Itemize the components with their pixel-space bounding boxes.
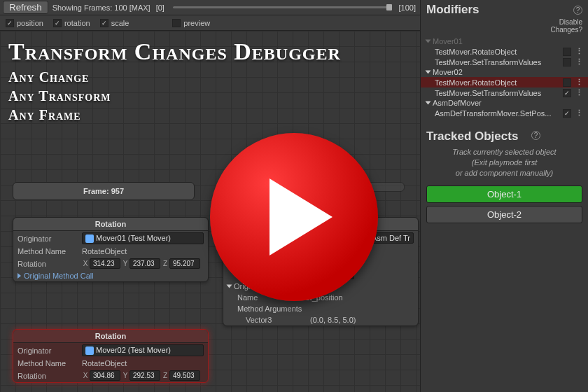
rotation-label: Rotation [18,260,79,268]
modifier-group[interactable]: Mover02 [421,67,588,77]
modifier-item[interactable]: TestMover.RotateObject⋮ [421,77,588,88]
help-icon[interactable]: ? [573,6,582,15]
x-field[interactable]: 314.23 [90,258,120,269]
range-end-label: [100] [399,4,416,12]
play-icon [270,178,332,255]
disable-checkbox[interactable] [563,48,571,56]
hint-line: (Exit playmode first [472,158,538,167]
triangle-down-icon [227,285,232,288]
tracked-hint: Track currently selected object (Exit pl… [426,144,582,186]
x-label: X [82,372,89,379]
tracked-object-1-button[interactable]: Object-1 [426,186,582,203]
disable-changes-label: DisableChanges? [421,18,588,36]
z-field[interactable]: 49.503 [169,370,200,381]
group-name: Mover02 [433,68,463,76]
z-label: Z [162,260,169,267]
inspector-right-pane: Modifiers ? DisableChanges? Mover01 Test… [420,0,588,392]
checkbox-icon [53,19,62,27]
original-method-call-foldout[interactable]: Original Method Call [13,270,208,281]
showing-frames-label: Showing Frames: 100 [MAX] [52,4,150,12]
refresh-button[interactable]: Refresh [3,1,48,14]
disable-checkbox[interactable] [563,78,571,87]
method-name-label: Method Name [18,247,79,255]
originator-field[interactable]: Mover01 (Test Mover) [82,232,204,244]
originator-field[interactable]: Mover02 (Test Mover) [82,344,204,356]
y-label: Y [122,260,129,267]
preview-label: preview [183,19,210,27]
modifier-name: TestMover.SetTransformValues [435,89,559,97]
hint-line: Track currently selected object [452,148,556,156]
play-video-button[interactable] [210,133,378,301]
rotation-panel-2[interactable]: Rotation Originator Mover02 (Test Mover)… [13,329,209,383]
kebab-icon[interactable]: ⋮ [575,78,582,87]
x-label: X [82,260,89,267]
group-name: AsmDefMover [433,99,482,107]
checkbox-icon [6,19,14,27]
modifier-name: AsmDefTransformMover.SetPos... [435,109,559,118]
modifier-item[interactable]: AsmDefTransformMover.SetPos...⋮ [421,108,588,118]
modifiers-header: Modifiers ? [421,0,588,18]
app-root: Refresh Showing Frames: 100 [MAX] [0] [1… [0,0,588,392]
frame-node[interactable]: Frame: 957 [13,182,195,200]
z-field[interactable]: 95.207 [169,258,200,269]
method-name-label: Method Name [18,359,79,368]
range-start-label: [0] [156,4,164,12]
triangle-down-icon [426,102,431,105]
modifier-group[interactable]: Mover01 [421,36,588,46]
kebab-icon[interactable]: ⋮ [575,88,582,97]
panel-title: Rotation [13,330,208,343]
kebab-icon[interactable]: ⋮ [575,47,582,56]
checkbox-icon [100,19,108,27]
rotation-label: rotation [64,19,90,27]
disable-checkbox[interactable] [563,89,571,97]
modifier-name: TestMover.SetTransformValues [435,58,559,66]
position-toggle[interactable]: position [6,19,43,27]
method-name-value: RotateObject [82,247,127,255]
triangle-right-icon [18,273,21,279]
disable-checkbox[interactable] [563,109,571,118]
frame-range-slider[interactable] [173,6,391,8]
scale-label: scale [111,19,130,27]
originator-value: Mover01 (Test Mover) [96,234,171,242]
modifier-name: TestMover.RotateObject [435,48,559,56]
kebab-icon[interactable]: ⋮ [575,108,582,118]
object-icon [85,234,94,243]
object-icon [85,346,94,355]
originator-label: Originator [18,234,79,243]
foldout-label: Original Method Call [24,272,94,280]
oc-vec-value: (0.0, 8.5, 5.0) [310,316,356,324]
modifiers-title: Modifiers [426,3,479,17]
oc-args-label: Method Arguments [237,304,302,313]
tracked-object-2-button[interactable]: Object-2 [426,206,582,223]
modifier-group[interactable]: AsmDefMover [421,98,588,108]
y-field[interactable]: 292.53 [130,370,160,381]
filter-row: position rotation scale preview [0,15,420,31]
overlay-line-2: Any Transform [8,87,341,106]
group-name: Mover01 [433,37,463,46]
overlay-heading: Transform Changes Debugger [8,38,341,65]
disable-checkbox[interactable] [563,58,571,66]
kebab-icon[interactable]: ⋮ [575,57,582,66]
overlay-line-3: Any Frame [8,106,341,125]
y-field[interactable]: 237.03 [130,258,160,269]
modifier-item[interactable]: TestMover.RotateObject⋮ [421,46,588,57]
panel-title: Rotation [13,218,208,231]
scale-toggle[interactable]: scale [100,19,130,27]
rotation-toggle[interactable]: rotation [53,19,90,27]
rotation-panel-1[interactable]: Rotation Originator Mover01 (Test Mover)… [13,217,209,282]
modifier-item[interactable]: TestMover.SetTransformValues⋮ [421,57,588,67]
preview-toggle[interactable]: preview [172,19,210,27]
oc-vec-label: Vector3 [246,316,307,324]
modifier-item[interactable]: TestMover.SetTransformValues⋮ [421,88,588,98]
overlay-line-1: Any Change [8,68,341,87]
originator-label: Originator [18,346,79,355]
tracked-objects: Track currently selected object (Exit pl… [421,140,588,230]
z-label: Z [162,372,169,379]
xyz-group: X304.86 Y292.53 Z49.503 [82,370,204,381]
overlay-title: Transform Changes Debugger Any Change An… [8,38,341,125]
x-field[interactable]: 304.86 [90,370,120,381]
slider-thumb[interactable] [386,4,392,10]
y-label: Y [122,372,129,379]
help-icon[interactable]: ? [531,131,540,140]
rotation-label: Rotation [18,372,79,380]
